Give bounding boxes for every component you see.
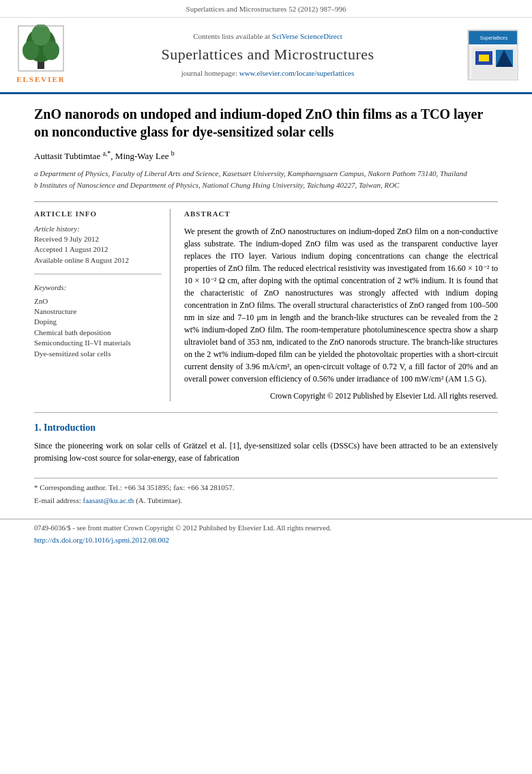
abstract-panel: ABSTRACT We present the growth of ZnO na… <box>184 209 498 401</box>
elsevier-logo: ELSEVIER <box>14 25 68 85</box>
article-info-abstract: ARTICLE INFO Article history: Received 9… <box>34 201 498 401</box>
elsevier-brand-text: ELSEVIER <box>16 74 65 85</box>
history-block: Article history: Received 9 July 2012 Ac… <box>34 224 162 266</box>
section-1: 1. Introduction Since the pioneering wor… <box>34 421 498 465</box>
article-info-title: ARTICLE INFO <box>34 209 162 219</box>
abstract-title: ABSTRACT <box>184 209 498 219</box>
author-a-sup: a,* <box>102 149 110 157</box>
keywords-block: Keywords: ZnO Nanostructure Doping Chemi… <box>34 283 162 359</box>
footer-bar: 0749-6036/$ - see front matter Crown Cop… <box>0 519 532 549</box>
keyword-dsc: Dye-sensitized solar cells <box>34 349 162 359</box>
copyright-line: Crown Copyright © 2012 Published by Else… <box>184 390 498 401</box>
article-title: ZnO nanorods on undoped and indium-doped… <box>34 105 498 141</box>
received-date: Received 9 July 2012 <box>34 234 162 244</box>
keyword-zno: ZnO <box>34 296 162 306</box>
sciverse-line: Contents lists available at SciVerse Sci… <box>76 31 459 42</box>
article-info-panel: ARTICLE INFO Article history: Received 9… <box>34 209 171 401</box>
journal-header: ELSEVIER Contents lists available at Sci… <box>0 18 532 94</box>
elsevier-tree-icon <box>17 25 65 72</box>
history-label: Article history: <box>34 224 162 234</box>
keyword-semiconducting: Semiconducting II–VI materials <box>34 338 162 348</box>
journal-center-info: Contents lists available at SciVerse Sci… <box>76 31 459 79</box>
journal-cover-image: Superlattices <box>469 31 518 81</box>
affiliation-b: b Institutes of Nanoscience and Departme… <box>34 180 498 191</box>
svg-rect-11 <box>479 55 489 61</box>
authors-line: Auttasit Tubtimtae a,*, Ming-Way Lee b <box>34 149 498 163</box>
affiliations: a Department of Physics, Faculty of Libe… <box>34 168 498 190</box>
citation-text: Superlattices and Microstructures 52 (20… <box>186 5 346 13</box>
author-b-sup: b <box>171 149 175 157</box>
footnote-area: * Corresponding author. Tel.: +66 34 351… <box>34 478 498 506</box>
abstract-text: We present the growth of ZnO nanostructu… <box>184 225 498 385</box>
info-divider <box>34 274 162 274</box>
keywords-label: Keywords: <box>34 283 162 293</box>
main-content: ZnO nanorods on undoped and indium-doped… <box>0 94 532 519</box>
journal-citation: Superlattices and Microstructures 52 (20… <box>0 0 532 18</box>
rights-text: 0749-6036/$ - see front matter Crown Cop… <box>34 524 498 534</box>
doi-link[interactable]: http://dx.doi.org/10.1016/j.spmi.2012.08… <box>34 535 498 545</box>
homepage-url[interactable]: www.elsevier.com/locate/superlattices <box>239 69 355 77</box>
content-divider <box>34 412 498 413</box>
journal-thumbnail: Superlattices <box>467 29 518 81</box>
copyright-text: Crown Copyright © 2012 Published by Else… <box>270 392 498 400</box>
affiliation-a: a Department of Physics, Faculty of Libe… <box>34 168 498 180</box>
svg-point-4 <box>31 25 50 46</box>
keyword-doping: Doping <box>34 317 162 327</box>
corresponding-author-footnote: * Corresponding author. Tel.: +66 34 351… <box>34 483 498 493</box>
journal-homepage-line: journal homepage: www.elsevier.com/locat… <box>76 68 459 78</box>
section-1-text: Since the pioneering work on solar cells… <box>34 440 498 464</box>
keyword-cbd: Chemical bath deposition <box>34 328 162 338</box>
journal-title-text: Superlattices and Microstructures <box>76 44 459 66</box>
email-footnote: E-mail address: faasast@ku.ac.th (A. Tub… <box>34 496 498 506</box>
svg-text:Superlattices: Superlattices <box>480 35 508 41</box>
keyword-nanostructure: Nanostructure <box>34 306 162 317</box>
email-link[interactable]: faasast@ku.ac.th <box>83 496 134 504</box>
section-1-title: 1. Introduction <box>34 421 498 435</box>
accepted-date: Accepted 1 August 2012 <box>34 244 162 255</box>
available-date: Available online 8 August 2012 <box>34 255 162 266</box>
sciverse-link[interactable]: SciVerse ScienceDirect <box>272 32 342 40</box>
